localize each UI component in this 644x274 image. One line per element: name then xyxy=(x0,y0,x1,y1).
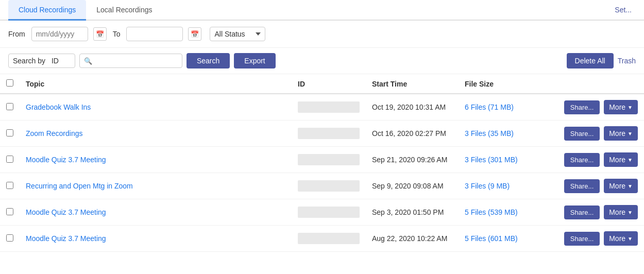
more-button[interactable]: More ▼ xyxy=(604,205,638,219)
file-size-link[interactable]: 3 Files (9 MB) xyxy=(465,182,510,190)
search-by-select[interactable]: ID Topic xyxy=(52,57,71,65)
row-checkbox[interactable] xyxy=(6,103,13,110)
row-start-time-cell: Oct 19, 2020 10:31 AM xyxy=(366,94,459,121)
row-checkbox-cell xyxy=(0,199,20,226)
col-start-time: Start Time xyxy=(366,74,459,94)
topic-link[interactable]: Moodle Quiz 3.7 Meeting xyxy=(26,156,106,164)
file-size-link[interactable]: 3 Files (35 MB) xyxy=(465,129,514,138)
trash-button[interactable]: Trash xyxy=(618,57,636,65)
row-actions-cell: Share... More ▼ xyxy=(541,173,644,199)
row-id-value xyxy=(298,207,360,218)
select-all-checkbox[interactable] xyxy=(6,79,13,87)
chevron-down-icon: ▼ xyxy=(628,210,633,215)
row-start-time-cell: Aug 22, 2020 10:22 AM xyxy=(366,226,459,252)
tab-local-recordings[interactable]: Local Recordings xyxy=(86,0,162,21)
chevron-down-icon: ▼ xyxy=(628,236,633,242)
to-date-input[interactable]: 10/28/2020 xyxy=(126,27,183,41)
file-size-link[interactable]: 5 Files (601 MB) xyxy=(465,234,518,243)
from-calendar-icon[interactable]: 📅 xyxy=(93,27,107,41)
status-select[interactable]: All Status Completed Processing xyxy=(210,27,265,41)
export-button[interactable]: Export xyxy=(234,53,275,68)
row-file-size-cell: 5 Files (601 MB) xyxy=(459,226,541,252)
row-id-cell xyxy=(292,199,366,226)
search-icon: 🔍 xyxy=(84,57,92,65)
more-button[interactable]: More ▼ xyxy=(604,152,638,167)
from-date-input[interactable] xyxy=(31,27,88,41)
row-actions-cell: Share... More ▼ xyxy=(541,147,644,173)
more-button[interactable]: More ▼ xyxy=(604,100,638,114)
row-checkbox-cell xyxy=(0,121,20,147)
share-button[interactable]: Share... xyxy=(564,206,600,219)
table-row: Gradebook Walk Ins Oct 19, 2020 10:31 AM… xyxy=(0,94,644,121)
row-id-cell xyxy=(292,94,366,121)
row-file-size-cell: 3 Files (301 MB) xyxy=(459,147,541,173)
topic-link[interactable]: Zoom Recordings xyxy=(26,129,83,138)
table-row: Moodle Quiz 3.7 Meeting Aug 22, 2020 10:… xyxy=(0,226,644,252)
select-all-col xyxy=(0,74,20,94)
search-by-dropdown[interactable]: Search by ID Topic xyxy=(8,54,75,68)
to-label: To xyxy=(113,30,121,38)
row-checkbox-cell xyxy=(0,173,20,199)
toolbar-row: From 📅 To 10/28/2020 📅 All Status Comple… xyxy=(0,21,644,48)
row-id-cell xyxy=(292,147,366,173)
row-checkbox[interactable] xyxy=(6,182,13,189)
topic-link[interactable]: Gradebook Walk Ins xyxy=(26,103,91,111)
more-label: More xyxy=(609,156,625,164)
search-input-wrap: 🔍 xyxy=(79,54,182,68)
row-start-time-cell: Sep 9, 2020 09:08 AM xyxy=(366,173,459,199)
chevron-down-icon: ▼ xyxy=(628,183,633,189)
topic-link[interactable]: Recurring and Open Mtg in Zoom xyxy=(26,182,133,190)
share-button[interactable]: Share... xyxy=(564,153,600,167)
tab-local-label: Local Recordings xyxy=(96,6,152,14)
more-button[interactable]: More ▼ xyxy=(604,231,638,246)
more-label: More xyxy=(609,208,625,216)
row-start-time: Oct 16, 2020 02:27 PM xyxy=(372,129,446,138)
row-topic-cell: Moodle Quiz 3.7 Meeting xyxy=(20,226,292,252)
row-checkbox-cell xyxy=(0,94,20,121)
row-checkbox[interactable] xyxy=(6,156,13,163)
file-size-link[interactable]: 6 Files (71 MB) xyxy=(465,103,514,111)
chevron-down-icon: ▼ xyxy=(628,131,633,136)
file-size-link[interactable]: 5 Files (539 MB) xyxy=(465,208,518,216)
row-start-time: Sep 21, 2020 09:26 AM xyxy=(372,156,447,164)
table-row: Zoom Recordings Oct 16, 2020 02:27 PM 3 … xyxy=(0,121,644,147)
more-label: More xyxy=(609,234,625,243)
tabs-bar: Cloud Recordings Local Recordings Set... xyxy=(0,0,644,21)
tab-cloud-label: Cloud Recordings xyxy=(19,6,76,14)
delete-all-button[interactable]: Delete All xyxy=(567,53,614,68)
file-size-link[interactable]: 3 Files (301 MB) xyxy=(465,156,518,164)
more-button[interactable]: More ▼ xyxy=(604,179,638,193)
share-button[interactable]: Share... xyxy=(564,127,600,141)
row-start-time-cell: Sep 3, 2020 01:50 PM xyxy=(366,199,459,226)
share-button[interactable]: Share... xyxy=(564,232,600,246)
settings-link[interactable]: Set... xyxy=(611,1,636,19)
row-topic-cell: Moodle Quiz 3.7 Meeting xyxy=(20,147,292,173)
row-file-size-cell: 5 Files (539 MB) xyxy=(459,199,541,226)
row-start-time: Aug 22, 2020 10:22 AM xyxy=(372,234,447,243)
topic-link[interactable]: Moodle Quiz 3.7 Meeting xyxy=(26,234,106,243)
share-button[interactable]: Share... xyxy=(564,100,600,114)
col-topic: Topic xyxy=(20,74,292,94)
search-row: Search by ID Topic 🔍 Search Export Delet… xyxy=(0,48,644,74)
to-calendar-icon[interactable]: 📅 xyxy=(188,27,201,41)
search-button[interactable]: Search xyxy=(187,53,230,68)
search-input[interactable] xyxy=(94,57,178,65)
chevron-down-icon: ▼ xyxy=(628,105,633,110)
row-checkbox[interactable] xyxy=(6,208,13,215)
row-start-time-cell: Sep 21, 2020 09:26 AM xyxy=(366,147,459,173)
row-checkbox[interactable] xyxy=(6,129,13,136)
topic-link[interactable]: Moodle Quiz 3.7 Meeting xyxy=(26,208,106,216)
tab-cloud-recordings[interactable]: Cloud Recordings xyxy=(8,0,86,21)
share-button[interactable]: Share... xyxy=(564,179,600,193)
row-topic-cell: Zoom Recordings xyxy=(20,121,292,147)
more-label: More xyxy=(609,129,625,138)
row-checkbox[interactable] xyxy=(6,234,13,242)
more-button[interactable]: More ▼ xyxy=(604,126,638,141)
row-topic-cell: Gradebook Walk Ins xyxy=(20,94,292,121)
row-actions-cell: Share... More ▼ xyxy=(541,226,644,252)
row-file-size-cell: 3 Files (35 MB) xyxy=(459,121,541,147)
row-id-cell xyxy=(292,226,366,252)
row-id-value xyxy=(298,128,360,139)
search-by-label: Search by xyxy=(13,57,45,65)
chevron-down-icon: ▼ xyxy=(628,157,633,163)
